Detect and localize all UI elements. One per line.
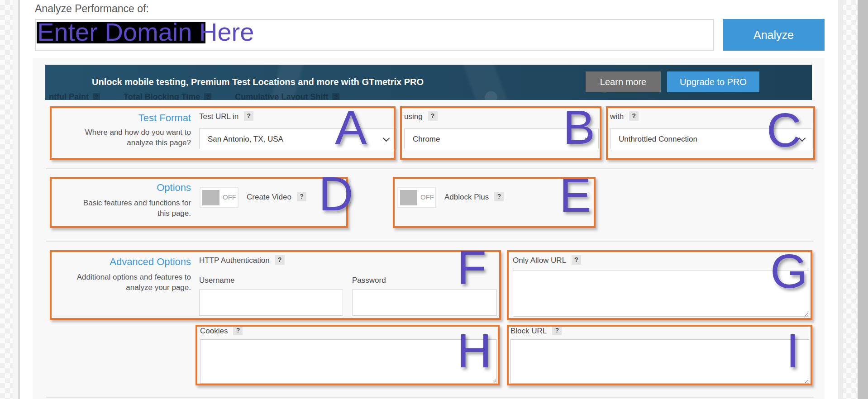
test-location-select[interactable]: San Antonio, TX, USA — [199, 128, 396, 149]
help-icon[interactable]: ? — [572, 255, 581, 265]
password-field[interactable] — [352, 290, 497, 316]
label-text: with — [610, 112, 624, 121]
label-text: Cookies — [200, 327, 228, 336]
ghost-label-text: Total Blocking Time — [124, 92, 200, 100]
help-icon[interactable]: ? — [233, 326, 243, 335]
upgrade-to-pro-button[interactable]: Upgrade to PRO — [667, 71, 759, 92]
toggle-state-label: OFF — [221, 193, 238, 201]
username-label: Username — [199, 276, 234, 285]
label-text: Password — [352, 276, 386, 285]
password-label: Password — [352, 276, 386, 285]
help-icon[interactable]: ? — [629, 111, 639, 121]
with-label: with ? — [610, 112, 639, 121]
options-heading: Options — [50, 182, 191, 194]
vertical-scrollbar[interactable] — [858, 0, 868, 399]
adblock-plus-label: Adblock Plus ? — [444, 193, 504, 202]
cookies-textarea[interactable] — [200, 339, 497, 384]
left-gutter — [13, 0, 18, 399]
test-format-description: Where and how do you want to analyze thi… — [76, 128, 191, 148]
label-text: Block URL — [510, 327, 547, 336]
block-url-textarea[interactable] — [510, 339, 809, 384]
only-allow-url-label: Only Allow URL ? — [513, 256, 581, 265]
ghost-label: ntful Paint? — [49, 92, 100, 100]
using-label: using ? — [404, 112, 438, 121]
connection-select[interactable]: Unthrottled Connection — [610, 128, 812, 149]
label-text: using — [404, 112, 423, 121]
section-divider — [46, 168, 814, 169]
label-text: HTTP Authentication — [199, 256, 270, 265]
advanced-options-heading: Advanced Options — [50, 256, 191, 268]
help-icon: ? — [332, 93, 339, 100]
domain-placeholder-text: Enter Domain Here — [37, 18, 254, 46]
toggle-knob — [400, 190, 417, 205]
page-title: Analyze Performance of: — [35, 3, 149, 15]
username-field[interactable] — [199, 290, 343, 316]
browser-select-control[interactable]: Chrome — [404, 128, 599, 149]
pro-banner: Unlock mobile testing, Premium Test Loca… — [45, 65, 812, 100]
analyze-button[interactable]: Analyze — [723, 19, 825, 51]
help-icon[interactable]: ? — [275, 255, 285, 265]
cookies-label: Cookies ? — [200, 327, 243, 336]
domain-placeholder-highlighted: Enter Domai — [37, 18, 178, 46]
label-text: Adblock Plus — [444, 193, 489, 202]
block-url-label: Block URL ? — [510, 327, 562, 336]
pro-banner-message: Unlock mobile testing, Premium Test Loca… — [92, 77, 424, 87]
connection-select-control[interactable]: Unthrottled Connection — [610, 128, 812, 149]
toggle-state-label: OFF — [419, 193, 435, 201]
toggle-knob — [202, 190, 219, 205]
page: Analyze Performance of: Enter Domain Her… — [0, 0, 868, 399]
test-url-in-label: Test URL in ? — [199, 112, 253, 121]
ghost-metric-labels: ntful Paint? Total Blocking Time? Cumula… — [49, 92, 339, 100]
label-text: Username — [199, 276, 234, 285]
browser-select[interactable]: Chrome — [404, 128, 599, 149]
help-icon[interactable]: ? — [494, 192, 504, 201]
label-text: Create Video — [247, 193, 291, 202]
domain-placeholder-rest: n Here — [178, 18, 254, 46]
help-icon[interactable]: ? — [428, 111, 438, 121]
label-text: Test URL in — [199, 112, 238, 121]
help-icon: ? — [204, 93, 211, 100]
ghost-label: Total Blocking Time? — [124, 92, 211, 100]
domain-input[interactable]: Enter Domain Here — [35, 19, 714, 51]
test-location-select-control[interactable]: San Antonio, TX, USA — [199, 128, 396, 149]
adblock-plus-toggle[interactable]: OFF — [397, 187, 436, 208]
http-authentication-label: HTTP Authentication ? — [199, 256, 285, 265]
create-video-toggle[interactable]: OFF — [200, 187, 238, 208]
ghost-label: Cumulative Layout Shift? — [235, 92, 339, 100]
test-format-heading: Test Format — [50, 112, 191, 124]
options-description: Basic features and functions for this pa… — [76, 198, 191, 219]
advanced-options-description: Additional options and features to analy… — [76, 272, 191, 293]
section-divider — [46, 241, 814, 242]
section-divider — [46, 397, 814, 398]
ghost-label-text: ntful Paint — [49, 92, 89, 100]
label-text: Only Allow URL — [513, 256, 566, 265]
help-icon: ? — [93, 93, 100, 100]
help-icon[interactable]: ? — [297, 192, 306, 201]
help-icon[interactable]: ? — [552, 326, 562, 335]
only-allow-url-textarea[interactable] — [513, 271, 809, 317]
ghost-label-text: Cumulative Layout Shift — [235, 92, 328, 100]
learn-more-button[interactable]: Learn more — [586, 71, 661, 92]
create-video-label: Create Video ? — [247, 193, 306, 202]
help-icon[interactable]: ? — [244, 111, 253, 121]
